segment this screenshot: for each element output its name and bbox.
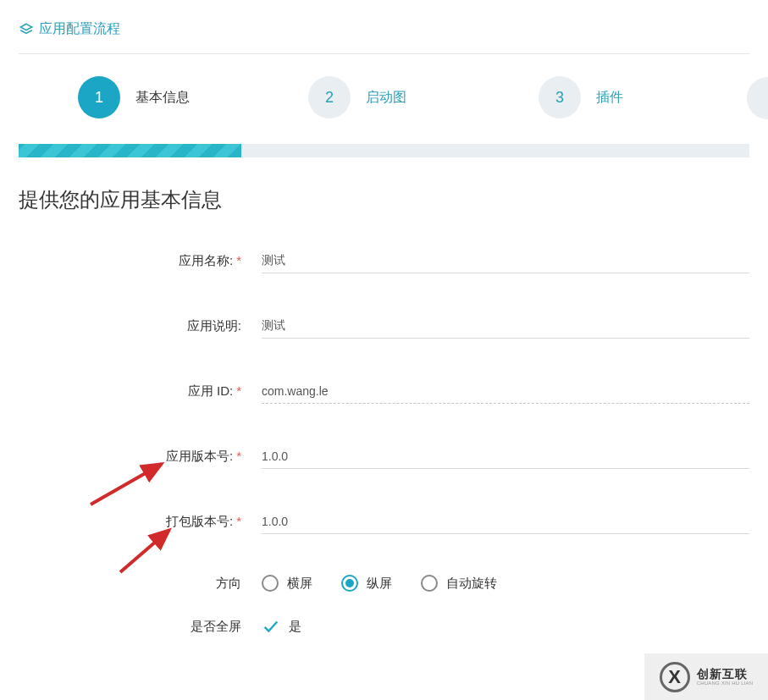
row-app-desc: 应用说明: [19, 314, 749, 339]
step-number: 2 [308, 76, 351, 119]
footer-cn: 创新互联 [697, 668, 754, 681]
row-orientation: 方向 横屏 纵屏 自动旋转 [19, 575, 749, 592]
step-launch-image[interactable]: 2 启动图 [249, 76, 479, 119]
label-pkg-version: 打包版本号:* [19, 514, 245, 530]
fullscreen-value: 是 [289, 619, 301, 635]
row-app-version: 应用版本号:* [19, 444, 749, 469]
svg-marker-0 [20, 24, 32, 30]
radio-label: 横屏 [287, 576, 312, 592]
radio-auto-rotate[interactable]: 自动旋转 [421, 575, 497, 592]
row-app-id: 应用 ID:* [19, 379, 749, 404]
header-divider [19, 53, 749, 54]
radio-label: 纵屏 [367, 576, 392, 592]
pkg-version-input[interactable] [262, 510, 749, 534]
progress-bar [19, 144, 749, 157]
row-app-name: 应用名称:* [19, 249, 749, 273]
radio-landscape[interactable]: 横屏 [262, 575, 312, 592]
layers-icon [19, 22, 34, 37]
step-label: 插件 [596, 89, 623, 107]
header-title: 应用配置流程 [39, 20, 120, 38]
app-version-input[interactable] [262, 444, 749, 469]
row-fullscreen: 是否全屏 是 [19, 617, 749, 636]
step-next-circle [747, 77, 768, 119]
section-title: 提供您的应用基本信息 [19, 186, 749, 213]
label-app-desc: 应用说明: [19, 318, 245, 334]
step-label: 启动图 [366, 89, 406, 107]
radio-portrait[interactable]: 纵屏 [341, 575, 392, 592]
fullscreen-check[interactable]: 是 [262, 617, 749, 636]
row-pkg-version: 打包版本号:* [19, 510, 749, 534]
orientation-radio-group: 横屏 纵屏 自动旋转 [262, 575, 749, 592]
app-desc-input[interactable] [262, 314, 749, 339]
footer-watermark: X 创新互联 CHUANG XIN HU LIAN [644, 653, 768, 700]
label-app-name: 应用名称:* [19, 253, 245, 269]
steps-container: 1 基本信息 2 启动图 3 插件 [19, 76, 749, 144]
step-plugins[interactable]: 3 插件 [479, 76, 710, 119]
progress-fill [19, 144, 241, 157]
radio-circle-icon [421, 575, 438, 592]
check-icon [262, 617, 280, 636]
label-fullscreen: 是否全屏 [19, 619, 245, 635]
label-app-id: 应用 ID:* [19, 383, 245, 400]
radio-circle-icon [341, 575, 358, 592]
radio-circle-icon [262, 575, 279, 592]
app-id-input[interactable] [262, 379, 749, 404]
step-basic-info[interactable]: 1 基本信息 [19, 76, 249, 119]
logo-circle-icon: X [660, 662, 690, 692]
step-number: 3 [539, 76, 581, 119]
config-flow-header: 应用配置流程 [19, 0, 749, 53]
footer-en: CHUANG XIN HU LIAN [697, 681, 754, 686]
label-app-version: 应用版本号:* [19, 449, 245, 465]
step-number: 1 [78, 76, 120, 119]
step-label: 基本信息 [135, 89, 190, 107]
radio-label: 自动旋转 [446, 576, 497, 592]
app-name-input[interactable] [262, 249, 749, 273]
label-orientation: 方向 [19, 576, 245, 592]
footer-text: 创新互联 CHUANG XIN HU LIAN [697, 668, 754, 686]
